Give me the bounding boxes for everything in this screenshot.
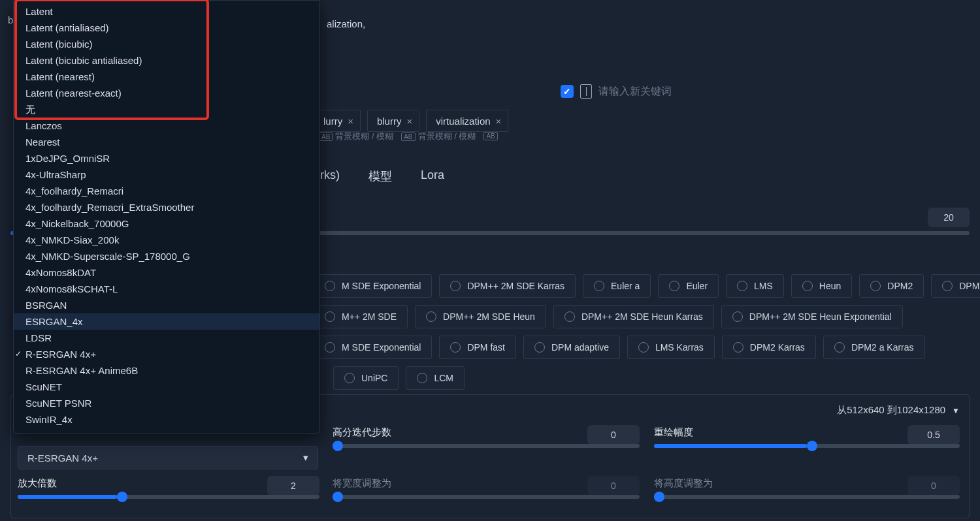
tab-models[interactable]: 模型 [368, 168, 392, 184]
param-resize-w: 将宽度调整为 0 [333, 477, 640, 499]
sampler-option[interactable]: DPM fast [439, 336, 516, 359]
radio-icon [594, 281, 604, 291]
radio-icon [450, 342, 461, 353]
sampler-option[interactable]: Euler a [583, 274, 651, 298]
dropdown-item[interactable]: 4x_Nickelback_70000G [14, 215, 319, 232]
dropdown-item[interactable]: 4x_foolhardy_Remacri_ExtraSmoother [14, 199, 319, 215]
dropdown-item[interactable]: Latent [14, 3, 319, 20]
dropdown-item-label: Latent (nearest) [24, 71, 95, 83]
dropdown-item[interactable]: 4xNomos8kSCHAT-L [14, 281, 319, 297]
sampler-label: M++ 2M SDE [342, 311, 397, 322]
sampler-option[interactable]: DPM2 Karras [722, 336, 816, 359]
resize-h-value[interactable]: 0 [907, 476, 960, 496]
tag-pill[interactable]: virtualization × [426, 110, 508, 132]
dropdown-item[interactable]: R-ESRGAN 4x+ Anime6B [14, 362, 319, 379]
steps-value[interactable]: 20 [928, 208, 970, 227]
dropdown-item-label: BSRGAN [24, 299, 67, 311]
sampler-option[interactable]: M SDE Exponential [314, 336, 432, 359]
radio-icon [732, 311, 743, 322]
radio-icon [737, 281, 747, 291]
denoise-slider[interactable] [654, 444, 960, 448]
dropdown-item[interactable]: Latent (bicubic) [14, 36, 319, 52]
sampler-label: DPM2 Karras [750, 342, 805, 353]
dropdown-item-label: R-ESRGAN 4x+ Anime6B [24, 364, 138, 377]
keyword-input[interactable] [598, 86, 970, 97]
close-icon[interactable]: × [496, 116, 502, 127]
sampler-label: Euler a [611, 281, 640, 291]
sampler-option[interactable]: LMS Karras [627, 336, 715, 359]
sampler-label: Heun [819, 281, 841, 291]
sampler-grid: M SDE ExponentialDPM++ 2M SDE KarrasEule… [314, 274, 970, 390]
tag-pill[interactable]: blurry × [367, 110, 419, 132]
sampler-option[interactable]: DPM2 [859, 274, 924, 298]
hires-steps-slider[interactable] [333, 444, 640, 448]
dropdown-item[interactable]: LDSR [14, 330, 319, 346]
scale-slider[interactable] [18, 495, 319, 499]
dropdown-item[interactable]: Latent (antialiased) [14, 20, 319, 36]
sampler-option[interactable]: M SDE Exponential [314, 274, 432, 298]
sampler-option[interactable]: Euler [658, 274, 719, 298]
dropdown-item[interactable]: 4x_NMKD-Siax_200k [14, 232, 319, 248]
sampler-option[interactable]: M++ 2M SDE [314, 305, 408, 328]
dropdown-item[interactable]: Latent (nearest) [14, 69, 319, 85]
dropdown-item[interactable]: 4x_foolhardy_Remacri [14, 183, 319, 199]
dropdown-item[interactable]: Latent (nearest-exact) [14, 85, 319, 101]
dropdown-item[interactable]: 4x_NMKD-Superscale-SP_178000_G [14, 248, 319, 264]
resize-w-slider[interactable] [333, 495, 640, 499]
collapse-icon[interactable]: ▼ [952, 406, 960, 415]
sampler-option[interactable]: DPM++ 2M SDE Heun [415, 305, 546, 328]
sampler-option[interactable]: DPM adaptive [523, 336, 620, 359]
dropdown-item[interactable]: ✓R-ESRGAN 4x+ [14, 346, 319, 362]
resize-h-slider[interactable] [654, 495, 960, 499]
sampler-option[interactable]: DPM++ 2M SDE Karras [439, 274, 576, 298]
sampler-option[interactable]: LMS [726, 274, 784, 298]
radio-icon [534, 342, 545, 353]
dropdown-item-label: ScuNET [24, 381, 62, 393]
dropdown-item[interactable]: ScuNET PSNR [14, 395, 319, 411]
param-scale: 放大倍数 2 [18, 477, 319, 499]
resize-w-value[interactable]: 0 [587, 476, 640, 496]
keyword-enable-checkbox[interactable]: ✓ [561, 85, 574, 98]
dropdown-item[interactable]: Nearest [14, 134, 319, 150]
sampler-option[interactable]: UniPC [333, 366, 399, 390]
dropdown-item[interactable]: Latent (bicubic antialiased) [14, 52, 319, 69]
close-icon[interactable]: × [348, 116, 353, 127]
dropdown-item-label: SwinIR_4x [24, 413, 73, 426]
radio-icon [325, 342, 335, 353]
close-icon[interactable]: × [406, 116, 412, 127]
sampler-option[interactable]: DPM++ 2M SDE Heun Karras [553, 305, 714, 328]
sampler-option[interactable]: DPM2 a [931, 274, 980, 298]
upscaler-selected-label: R-ESRGAN 4x+ [27, 452, 98, 464]
dropdown-item[interactable]: 无 [14, 101, 319, 118]
denoise-value[interactable]: 0.5 [907, 425, 960, 445]
sampler-label: LCM [434, 373, 453, 383]
sampler-option[interactable]: LCM [406, 366, 465, 390]
tag-label: blurry [377, 116, 402, 127]
sampler-option[interactable]: DPM++ 2M SDE Heun Exponential [721, 305, 903, 328]
upscaler-select[interactable]: R-ESRGAN 4x+ ▾ [18, 446, 318, 469]
tag-pill[interactable]: lurry × [314, 110, 361, 132]
dropdown-item[interactable]: SwinIR_4x [14, 411, 319, 428]
tab-lora[interactable]: Lora [421, 168, 444, 184]
dropdown-item[interactable]: 1xDeJPG_OmniSR [14, 150, 319, 166]
dropdown-item-label: 4x_foolhardy_Remacri_ExtraSmoother [24, 201, 194, 213]
sampler-option[interactable]: Heun [791, 274, 852, 298]
dropdown-item[interactable]: ESRGAN_4x [14, 313, 319, 330]
dropdown-item[interactable]: Lanczos [14, 118, 319, 134]
dropdown-item[interactable]: 4x-UltraSharp [14, 166, 319, 183]
dropdown-item[interactable]: ScuNET [14, 379, 319, 395]
dropdown-item-label: 4xNomos8kSCHAT-L [24, 283, 118, 295]
sampler-option[interactable]: DPM2 a Karras [823, 336, 925, 359]
upscaler-dropdown[interactable]: LatentLatent (antialiased)Latent (bicubi… [13, 0, 320, 434]
tag-label: lurry [323, 116, 342, 127]
radio-icon [325, 281, 335, 291]
radio-icon [834, 342, 845, 353]
dropdown-item[interactable]: BSRGAN [14, 297, 319, 313]
tab-networks[interactable]: rks) [320, 168, 340, 184]
scale-value[interactable]: 2 [267, 476, 319, 496]
hires-steps-value[interactable]: 0 [587, 425, 640, 445]
dropdown-item-label: Latent (bicubic) [24, 38, 93, 50]
dropdown-item-label: R-ESRGAN 4x+ [24, 348, 96, 360]
dropdown-item[interactable]: 4xNomos8kDAT [14, 264, 319, 281]
sampler-label: Euler [686, 281, 708, 291]
